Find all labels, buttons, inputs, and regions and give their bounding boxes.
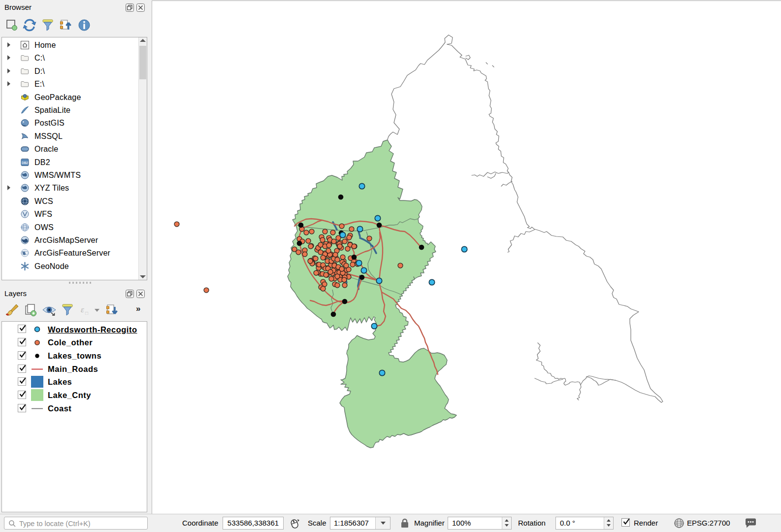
- svg-text:DB2: DB2: [22, 161, 28, 164]
